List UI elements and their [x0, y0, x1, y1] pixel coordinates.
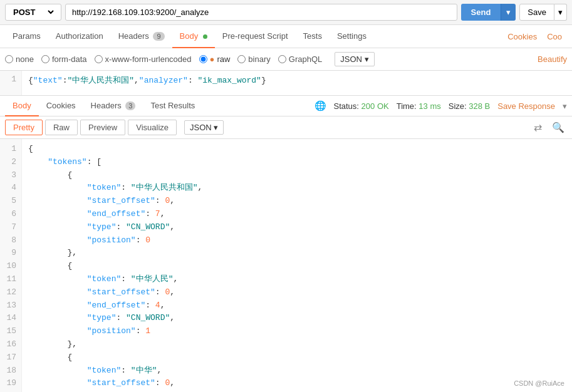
response-status: 🌐 Status: 200 OK Time: 13 ms Size: 328 B… [315, 100, 568, 111]
response-toolbar-right: ⇄ 🔍 [531, 120, 567, 135]
cookies-link[interactable]: Cookies [502, 26, 542, 48]
size-value: 328 B [469, 101, 490, 111]
body-format-bar: none form-data x-www-form-urlencoded ● r… [0, 48, 572, 71]
send-button[interactable]: Send [461, 4, 501, 21]
preview-button[interactable]: Preview [80, 120, 125, 135]
json-format-dropdown[interactable]: JSON ▾ [335, 52, 374, 66]
resp-tab-body[interactable]: Body [5, 96, 39, 116]
visualize-button[interactable]: Visualize [128, 120, 177, 135]
tab-tests[interactable]: Tests [296, 25, 330, 48]
request-body-editor[interactable]: 1 {"text":"中华人民共和国","analyzer": "ik_max_… [0, 71, 572, 96]
response-format-toolbar: Pretty Raw Preview Visualize JSON ▾ ⇄ 🔍 [0, 116, 572, 139]
time-label: Time: 13 ms [397, 101, 441, 111]
wrap-lines-button[interactable]: ⇄ [531, 120, 544, 135]
search-button[interactable]: 🔍 [549, 120, 567, 135]
method-selector[interactable]: POST GET PUT DELETE [5, 4, 61, 21]
raw-button[interactable]: Raw [45, 120, 78, 135]
format-formdata[interactable]: form-data [41, 54, 87, 64]
format-urlencoded[interactable]: x-www-form-urlencoded [95, 54, 192, 64]
request-tabs: Params Authorization Headers 9 Body Pre-… [0, 25, 572, 48]
status-label: Status: 200 OK [334, 101, 389, 111]
method-dropdown[interactable]: POST GET PUT DELETE [11, 7, 56, 18]
url-bar: POST GET PUT DELETE Send ▾ Save ▾ [0, 0, 572, 25]
save-button[interactable]: Save [519, 4, 554, 21]
tab-pre-request[interactable]: Pre-request Script [215, 25, 296, 48]
format-graphql[interactable]: GraphQL [278, 54, 322, 64]
save-response-chevron[interactable]: ▾ [563, 101, 567, 111]
watermark: CSDN @RuiAce [514, 379, 564, 387]
beautify-button[interactable]: Beautify [538, 54, 567, 64]
format-none[interactable]: none [5, 54, 34, 64]
response-code-content: { "tokens": [ { "token": "中华人民共和国", "sta… [22, 139, 572, 392]
pretty-button[interactable]: Pretty [5, 120, 43, 135]
editor-line-numbers: 1 [0, 71, 22, 95]
status-value: 200 OK [361, 101, 389, 111]
resp-tab-testresults[interactable]: Test Results [143, 96, 202, 116]
size-label: Size: 328 B [449, 101, 491, 111]
format-raw[interactable]: ● raw [199, 54, 231, 64]
tab-headers[interactable]: Headers 9 [111, 25, 172, 48]
response-line-numbers: 12345678910111213141516171819 [0, 139, 22, 392]
tab-authorization[interactable]: Authorization [48, 25, 111, 48]
save-dropdown-button[interactable]: ▾ [554, 4, 567, 21]
resp-tab-cookies[interactable]: Cookies [39, 96, 83, 116]
code-link[interactable]: Coo [542, 26, 567, 48]
url-input[interactable] [65, 4, 457, 21]
response-body: 12345678910111213141516171819 { "tokens"… [0, 139, 572, 392]
send-dropdown-button[interactable]: ▾ [501, 4, 516, 21]
response-json-dropdown[interactable]: JSON ▾ [184, 120, 224, 135]
tab-settings[interactable]: Settings [330, 25, 374, 48]
time-value: 13 ms [419, 101, 440, 111]
resp-tab-headers[interactable]: Headers 3 [83, 96, 143, 116]
tab-params[interactable]: Params [5, 25, 48, 48]
response-tabs-bar: Body Cookies Headers 3 Test Results 🌐 St… [0, 96, 572, 116]
tab-body[interactable]: Body [172, 25, 215, 48]
request-body-content[interactable]: {"text":"中华人民共和国","analyzer": "ik_max_wo… [22, 71, 572, 95]
globe-icon: 🌐 [315, 100, 326, 111]
format-binary[interactable]: binary [237, 54, 270, 64]
save-response-button[interactable]: Save Response [497, 101, 555, 111]
